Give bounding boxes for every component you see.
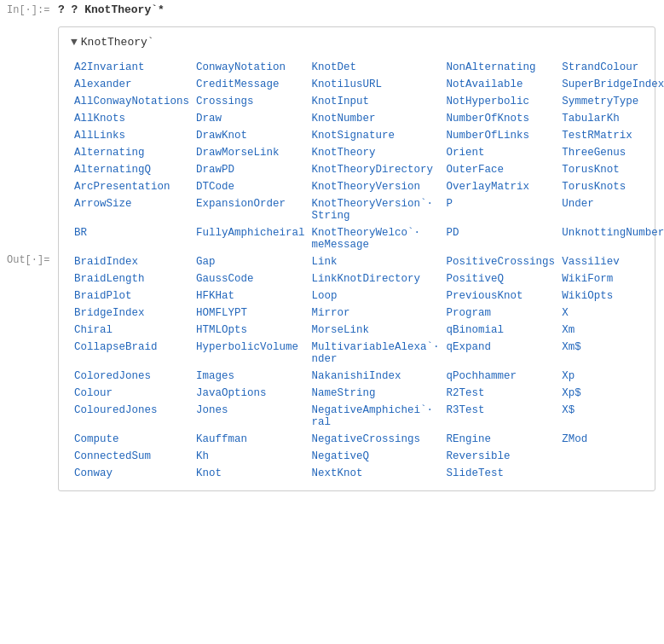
grid-item[interactable]: NegativeQ — [309, 448, 443, 465]
grid-item[interactable]: Kh — [193, 448, 309, 465]
grid-item[interactable]: Xm$ — [558, 339, 664, 368]
grid-item[interactable]: PD — [443, 224, 559, 253]
grid-item[interactable]: KnotNumber — [309, 110, 443, 127]
grid-item[interactable]: Colour — [71, 385, 193, 402]
grid-item[interactable]: HyperbolicVolume — [193, 339, 309, 368]
grid-item[interactable]: DrawPD — [193, 161, 309, 178]
grid-item[interactable]: PositiveCrossings — [443, 253, 559, 270]
grid-item[interactable]: KnotTheoryVersion`·String — [309, 195, 443, 224]
grid-item[interactable]: CollapseBraid — [71, 339, 193, 368]
grid-item[interactable]: A2Invariant — [71, 59, 193, 76]
grid-item[interactable]: DrawMorseLink — [193, 144, 309, 161]
grid-item[interactable]: MorseLink — [309, 322, 443, 339]
grid-item[interactable]: PreviousKnot — [443, 287, 559, 305]
grid-item[interactable]: OuterFace — [443, 161, 559, 178]
grid-item[interactable]: SymmetryType — [558, 93, 664, 110]
grid-item[interactable]: JavaOptions — [193, 385, 309, 402]
grid-item[interactable]: BraidLength — [71, 270, 193, 287]
grid-item[interactable]: SlideTest — [443, 465, 559, 482]
grid-item[interactable]: NegativeCrossings — [309, 431, 443, 448]
grid-item[interactable]: Kauffman — [193, 431, 309, 448]
grid-item[interactable]: Orient — [443, 144, 559, 161]
grid-item[interactable]: Link — [309, 253, 443, 270]
grid-item[interactable]: NextKnot — [309, 465, 443, 482]
grid-item[interactable]: Alternating — [71, 144, 193, 161]
grid-item[interactable]: BraidPlot — [71, 287, 193, 305]
grid-item[interactable]: P — [443, 195, 559, 224]
grid-item[interactable]: NumberOfLinks — [443, 127, 559, 144]
grid-item[interactable]: KnotilusURL — [309, 76, 443, 93]
grid-item[interactable]: Draw — [193, 110, 309, 127]
grid-item[interactable]: KnotTheoryWelco`·meMessage — [309, 224, 443, 253]
grid-item[interactable]: KnotDet — [309, 59, 443, 76]
grid-item[interactable]: ZMod — [558, 431, 664, 448]
grid-item[interactable]: GaussCode — [193, 270, 309, 287]
grid-item[interactable]: BraidIndex — [71, 253, 193, 270]
grid-item[interactable]: AllLinks — [71, 127, 193, 144]
grid-item[interactable]: BridgeIndex — [71, 305, 193, 322]
grid-item[interactable]: NumberOfKnots — [443, 110, 559, 127]
grid-item[interactable]: PositiveQ — [443, 270, 559, 287]
grid-item[interactable]: LinkKnotDirectory — [309, 270, 443, 287]
grid-item[interactable]: Alexander — [71, 76, 193, 93]
grid-item[interactable]: KnotSignature — [309, 127, 443, 144]
grid-item[interactable]: NotAvailable — [443, 76, 559, 93]
grid-item[interactable]: KnotTheoryDirectory — [309, 161, 443, 178]
grid-item[interactable]: MultivariableAlexa`·nder — [309, 339, 443, 368]
grid-item[interactable]: AlternatingQ — [71, 161, 193, 178]
grid-item[interactable]: REngine — [443, 431, 559, 448]
toggle-arrow[interactable]: ▼ — [71, 36, 78, 49]
grid-item[interactable]: KnotInput — [309, 93, 443, 110]
grid-item[interactable]: NegativeAmphichei`·ral — [309, 402, 443, 431]
grid-item[interactable]: Vassiliev — [558, 253, 664, 270]
grid-item[interactable]: UnknottingNumber — [558, 224, 664, 253]
grid-item[interactable]: NonAlternating — [443, 59, 559, 76]
grid-item[interactable]: KnotTheoryVersion — [309, 178, 443, 195]
grid-item[interactable]: DrawKnot — [193, 127, 309, 144]
grid-item[interactable]: ColoredJones — [71, 368, 193, 385]
grid-item[interactable]: R2Test — [443, 385, 559, 402]
grid-item[interactable]: Crossings — [193, 93, 309, 110]
grid-item[interactable]: X$ — [558, 402, 664, 431]
grid-item[interactable]: WikiForm — [558, 270, 664, 287]
grid-item[interactable]: Jones — [193, 402, 309, 431]
grid-item[interactable]: KnotTheory — [309, 144, 443, 161]
grid-item[interactable]: ConwayNotation — [193, 59, 309, 76]
grid-item[interactable]: ArrowSize — [71, 195, 193, 224]
grid-item[interactable]: Reversible — [443, 448, 559, 465]
grid-item[interactable]: OverlayMatrix — [443, 178, 559, 195]
grid-item[interactable]: R3Test — [443, 402, 559, 431]
grid-item[interactable]: TabularKh — [558, 110, 664, 127]
grid-item[interactable]: BR — [71, 224, 193, 253]
grid-item[interactable]: TestRMatrix — [558, 127, 664, 144]
grid-item[interactable]: Xp — [558, 368, 664, 385]
grid-item[interactable]: TorusKnots — [558, 178, 664, 195]
grid-item[interactable]: DTCode — [193, 178, 309, 195]
grid-item[interactable]: HFKHat — [193, 287, 309, 305]
grid-item[interactable]: ThreeGenus — [558, 144, 664, 161]
grid-item[interactable]: Knot — [193, 465, 309, 482]
grid-item[interactable]: HTMLOpts — [193, 322, 309, 339]
grid-item[interactable]: ExpansionOrder — [193, 195, 309, 224]
grid-item[interactable]: NotHyperbolic — [443, 93, 559, 110]
grid-item[interactable]: qExpand — [443, 339, 559, 368]
grid-item[interactable]: Under — [558, 195, 664, 224]
grid-item[interactable]: Chiral — [71, 322, 193, 339]
grid-item[interactable]: HOMFLYPT — [193, 305, 309, 322]
grid-item[interactable]: ConnectedSum — [71, 448, 193, 465]
grid-item[interactable]: StrandColour — [558, 59, 664, 76]
grid-item[interactable]: Program — [443, 305, 559, 322]
grid-item[interactable]: NameString — [309, 385, 443, 402]
grid-item[interactable]: ArcPresentation — [71, 178, 193, 195]
grid-item[interactable]: Images — [193, 368, 309, 385]
grid-item[interactable]: TorusKnot — [558, 161, 664, 178]
grid-item[interactable]: ColouredJones — [71, 402, 193, 431]
grid-item[interactable]: CreditMessage — [193, 76, 309, 93]
grid-item[interactable]: Compute — [71, 431, 193, 448]
grid-item[interactable]: NakanishiIndex — [309, 368, 443, 385]
grid-item[interactable]: X — [558, 305, 664, 322]
grid-item[interactable]: SuperBridgeIndex — [558, 76, 664, 93]
grid-item[interactable]: Mirror — [309, 305, 443, 322]
grid-item[interactable]: Conway — [71, 465, 193, 482]
grid-item[interactable]: qBinomial — [443, 322, 559, 339]
